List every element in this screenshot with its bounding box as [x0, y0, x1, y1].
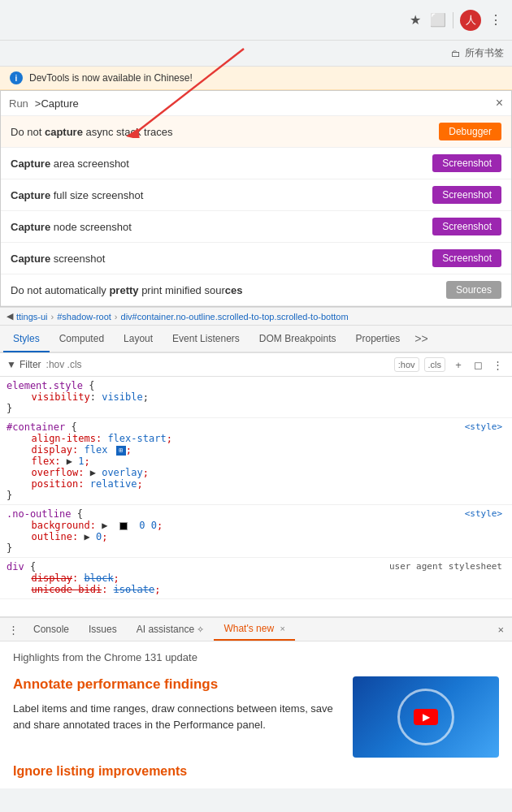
css-prop-align-items[interactable]: align-items: flex-start; [7, 433, 172, 444]
command-row-capture-screenshot[interactable]: Capture screenshot Screenshot [1, 243, 511, 274]
command-row-capture-area[interactable]: Capture area screenshot Screenshot [1, 148, 511, 179]
bottom-menu-icon[interactable]: ⋮ [3, 619, 24, 641]
tab-ai-assistance[interactable]: AI assistance ✧ [127, 619, 215, 640]
css-rule-div: user agent stylesheet div { display: blo… [0, 558, 512, 599]
feature-image: ▶ [353, 676, 499, 758]
css-brace-open-1: { [71, 421, 76, 433]
css-selector-container: #container [7, 421, 65, 433]
hov-badge[interactable]: :hov [394, 357, 419, 372]
feature-image-inner: ▶ [397, 689, 454, 745]
tab-icon[interactable]: ⬜ [430, 12, 446, 28]
command-input-row: Run × [1, 91, 511, 116]
capture-highlight-4: Capture [11, 253, 50, 265]
tab-more-icon[interactable]: >> [410, 326, 432, 352]
css-selector-div: div [7, 561, 24, 572]
whats-new-title: Highlights from the Chrome 131 update [13, 651, 499, 663]
screenshot-button-area[interactable]: Screenshot [432, 154, 501, 172]
bottom-panel-close-icon[interactable]: × [492, 619, 509, 641]
css-brace-close-1: } [7, 490, 12, 501]
filter-bar: ▼ Filter :hov .cls + ◻ ⋮ [0, 353, 512, 377]
devtools-tabs: Styles Computed Layout Event Listeners D… [0, 326, 512, 353]
youtube-play-button[interactable]: ▶ [414, 709, 438, 725]
whats-new-content: Highlights from the Chrome 131 update ▶ … [0, 641, 512, 788]
css-selector-element-style: element.style [7, 380, 83, 391]
bottom-tabs: ⋮ Console Issues AI assistance ✧ What's … [0, 618, 512, 641]
filter-input[interactable] [46, 359, 389, 370]
feature-ignore: Ignore listing improvements [13, 764, 499, 779]
css-prop-display-ua[interactable]: display: block; [7, 572, 119, 584]
breadcrumb-separator-1: › [115, 312, 118, 322]
css-prop-flex[interactable]: flex: ▶ 1; [7, 456, 90, 467]
star-icon[interactable]: ★ [407, 12, 423, 28]
tab-computed[interactable]: Computed [50, 326, 114, 352]
cls-badge[interactable]: .cls [424, 357, 446, 372]
tab-styles[interactable]: Styles [3, 326, 50, 352]
capture-highlight-3: Capture [11, 221, 50, 233]
breadcrumb-item-0[interactable]: ttings-ui [16, 312, 48, 322]
ces-highlight: ces [225, 284, 243, 296]
css-panel: element.style { visibility: visible; } <… [0, 377, 512, 616]
bookmarks-bar: 🗀 所有书签 [0, 41, 512, 67]
filter-button[interactable]: ▼ Filter [7, 359, 41, 370]
new-style-rule-icon[interactable]: ◻ [470, 356, 486, 373]
css-prop-outline[interactable]: outline: ▶ 0; [7, 531, 107, 542]
css-brace-close-0: } [7, 403, 12, 414]
command-row-capture-area-text: Capture area screenshot [11, 158, 129, 170]
css-prop-visibility[interactable]: visibility: visible; [7, 391, 149, 403]
more-options-icon[interactable]: ⋮ [489, 356, 505, 373]
breadcrumb-separator-0: › [51, 312, 54, 322]
feature-ignore-title: Ignore listing improvements [13, 764, 499, 779]
command-row-no-capture-text: Do not capture async stack traces [11, 126, 172, 138]
css-rule-container: <style> #container { align-items: flex-s… [0, 418, 512, 505]
css-rule-no-outline: <style> .no-outline { background: ▶ 0 0;… [0, 505, 512, 558]
capture-highlight-0: capture [45, 126, 83, 138]
command-palette: Run × Do not capture async stack traces … [0, 90, 512, 307]
tab-event-listeners[interactable]: Event Listeners [163, 326, 249, 352]
add-style-rule-icon[interactable]: + [450, 356, 466, 373]
chrome-menu-icon[interactable]: ⋮ [488, 12, 504, 28]
css-brace-open-2: { [77, 508, 83, 520]
tab-console[interactable]: Console [24, 619, 79, 640]
css-prop-background[interactable]: background: ▶ 0 0; [7, 520, 163, 531]
tab-issues[interactable]: Issues [79, 619, 127, 640]
breadcrumb-arrow-left[interactable]: ◀ [7, 311, 13, 322]
profile-letter: 人 [466, 13, 476, 28]
tab-properties[interactable]: Properties [346, 326, 410, 352]
css-prop-position[interactable]: position: relative; [7, 478, 143, 490]
command-row-sources[interactable]: Do not automatically pretty print minifi… [1, 274, 511, 306]
command-row-no-capture[interactable]: Do not capture async stack traces Debugg… [1, 116, 511, 148]
debugger-button[interactable]: Debugger [439, 123, 501, 140]
tab-dom-breakpoints[interactable]: DOM Breakpoints [249, 326, 346, 352]
whats-new-close-icon[interactable]: × [280, 624, 284, 633]
css-source-div: user agent stylesheet [389, 561, 502, 572]
css-prop-display[interactable]: display: flex ⊞; [7, 444, 132, 456]
command-row-capture-node[interactable]: Capture node screenshot Screenshot [1, 211, 511, 243]
filter-label: Filter [20, 359, 41, 370]
command-row-capture-screenshot-text: Capture screenshot [11, 253, 105, 265]
screenshot-button-node[interactable]: Screenshot [432, 218, 501, 235]
tab-whats-new[interactable]: What's new × [214, 618, 294, 641]
screenshot-button-plain[interactable]: Screenshot [432, 249, 501, 267]
profile-avatar[interactable]: 人 [460, 10, 481, 31]
command-close-icon[interactable]: × [496, 96, 503, 110]
command-input[interactable] [35, 97, 489, 110]
sources-button[interactable]: Sources [446, 281, 501, 299]
css-brace-close-2: } [7, 542, 12, 554]
bookmarks-label[interactable]: 所有书签 [465, 46, 504, 60]
breadcrumb-item-1[interactable]: #shadow-root [57, 312, 111, 322]
command-row-capture-full-text: Capture full size screenshot [11, 189, 143, 201]
breadcrumb-item-2[interactable]: div#container.no-outline.scrolled-to-top… [121, 312, 349, 322]
command-row-capture-full[interactable]: Capture full size screenshot Screenshot [1, 179, 511, 211]
tab-layout[interactable]: Layout [114, 326, 163, 352]
screenshot-button-full[interactable]: Screenshot [432, 186, 501, 204]
css-prop-overflow[interactable]: overflow: ▶ overlay; [7, 467, 149, 478]
devtools-info-message: DevTools is now available in Chinese! [29, 72, 193, 84]
css-source-no-outline[interactable]: <style> [465, 508, 502, 519]
pretty-highlight: pretty [109, 284, 138, 296]
command-row-sources-text: Do not automatically pretty print minifi… [11, 284, 242, 296]
devtools-info-bar: i DevTools is now available in Chinese! [0, 67, 512, 90]
css-brace-open-3: { [30, 561, 36, 572]
css-source-container[interactable]: <style> [465, 421, 502, 432]
chrome-topbar: ★ ⬜ 人 ⋮ [0, 0, 512, 41]
css-prop-unicode-bidi[interactable]: unicode-bidi: isolate; [7, 584, 160, 595]
